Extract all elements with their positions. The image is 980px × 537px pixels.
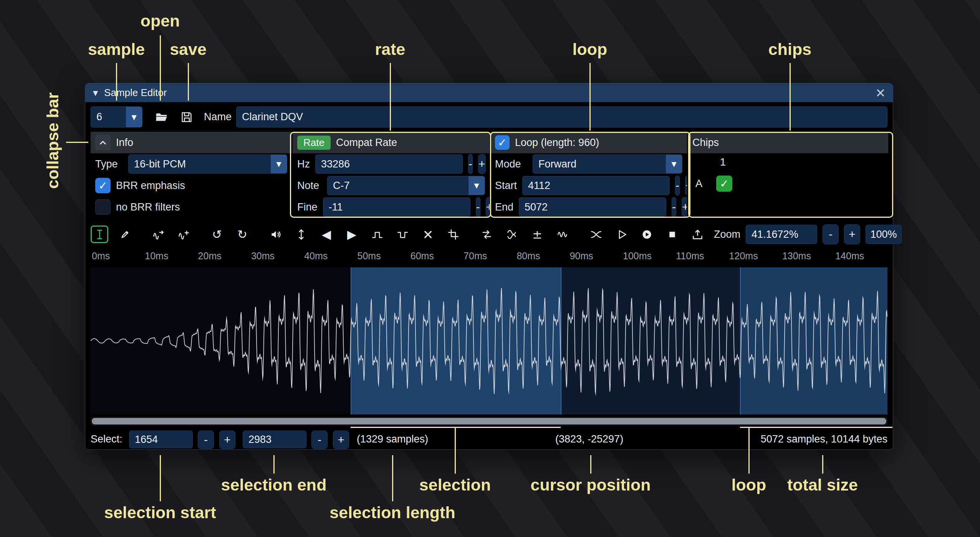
rate-tab-active[interactable]: Rate (297, 136, 331, 150)
insert-silence-button[interactable] (368, 225, 386, 243)
annotation-loop-top: loop (573, 40, 608, 59)
selection-end-plus-button[interactable]: + (333, 431, 349, 449)
chips-header: Chips (688, 132, 888, 153)
import-icon (692, 229, 704, 240)
hz-plus-button[interactable]: + (478, 154, 486, 174)
sample-type-dropdown[interactable]: 16-bit PCM ▼ (128, 154, 287, 174)
ruler-label: 70ms (464, 250, 487, 262)
annotation-line (160, 455, 161, 501)
save-sample-button[interactable] (178, 108, 195, 127)
play-note-button[interactable] (638, 225, 656, 243)
crossfade-button[interactable] (587, 225, 605, 243)
sample-toolbar: ↺↻◀▶± Zoom - + 100% (91, 222, 887, 246)
toolbar-separator (200, 229, 200, 240)
undo-button[interactable]: ↺ (208, 225, 226, 243)
time-ruler[interactable]: 0ms10ms20ms30ms40ms50ms60ms70ms80ms90ms1… (91, 248, 887, 264)
fine-input[interactable] (323, 197, 470, 217)
import-button[interactable] (689, 225, 706, 243)
chevron-down-icon: ▼ (271, 155, 287, 173)
toolbar-separator (579, 229, 579, 240)
fine-plus-button[interactable]: + (486, 197, 490, 217)
note-dropdown[interactable]: C-7 ▼ (327, 176, 485, 195)
selection-end-minus-button[interactable]: - (311, 431, 328, 449)
hz-minus-button[interactable]: - (468, 154, 473, 174)
selection-start-minus-button[interactable]: - (198, 431, 214, 449)
annotation-total-size: total size (787, 476, 858, 494)
trim-icon (447, 229, 459, 240)
window-collapse-icon[interactable]: ▼ (93, 89, 98, 97)
draw-mode-button[interactable] (116, 225, 134, 243)
loop-start-minus-button[interactable]: - (675, 176, 680, 196)
wavetable-button[interactable] (175, 225, 192, 243)
scrollbar-thumb[interactable] (92, 418, 886, 424)
zoom-reset-button[interactable]: 100% (866, 225, 902, 244)
collapse-bar-button[interactable] (95, 135, 111, 150)
total-size-text: 5072 samples, 10144 bytes (761, 433, 887, 445)
hz-input[interactable] (315, 154, 463, 174)
chevron-down-icon: ▼ (468, 176, 485, 195)
crossfade-icon (590, 229, 602, 240)
compat-rate-tab[interactable]: Compat Rate (336, 137, 397, 149)
selection-end-input[interactable] (243, 431, 306, 448)
no-brr-filters-checkbox[interactable] (95, 199, 111, 215)
check-icon: ✓ (498, 136, 507, 149)
invert-button[interactable] (503, 225, 521, 243)
fine-minus-button[interactable]: - (476, 197, 480, 217)
waveform-canvas[interactable] (91, 267, 887, 414)
loop-end-plus-button[interactable]: + (682, 197, 687, 217)
chips-body: 1 A ✓ (688, 153, 888, 218)
cursor-position-text: (3823, -25297) (555, 433, 623, 445)
chevron-down-icon: ▼ (126, 107, 142, 127)
undo-icon: ↺ (212, 229, 222, 240)
loop-end-label: End (495, 201, 513, 213)
waveform-display (91, 267, 887, 414)
sample-number-dropdown[interactable]: 6 ▼ (91, 106, 142, 128)
signedness-button[interactable]: ± (528, 225, 546, 243)
amplify-button[interactable] (267, 225, 285, 243)
close-icon[interactable]: × (876, 86, 885, 100)
selection-start-plus-button[interactable]: + (219, 431, 235, 449)
reverse-button[interactable] (478, 225, 495, 243)
brr-emphasis-checkbox[interactable]: ✓ (95, 178, 111, 193)
resample-button[interactable] (149, 225, 167, 243)
open-sample-button[interactable] (152, 108, 170, 127)
sample-name-input[interactable] (236, 106, 887, 128)
check-icon: ✓ (98, 179, 107, 192)
loop-enable-checkbox[interactable]: ✓ (495, 135, 510, 150)
fade-out-button[interactable]: ▶ (343, 225, 361, 243)
loop-mode-label: Mode (495, 158, 527, 170)
stop-button[interactable] (663, 225, 681, 243)
apply-silence-button[interactable] (394, 225, 411, 243)
zoom-out-button[interactable]: - (823, 224, 839, 244)
normalize-button[interactable] (292, 225, 310, 243)
zoom-in-button[interactable]: + (844, 224, 860, 244)
preview-button[interactable] (612, 225, 630, 243)
delete-button[interactable] (419, 225, 437, 243)
insert-silence-icon (371, 229, 383, 240)
stop-icon (666, 229, 678, 240)
loop-start-plus-button[interactable]: + (685, 176, 687, 196)
selection-start-input[interactable] (129, 431, 193, 448)
ruler-label: 10ms (145, 250, 168, 262)
select-mode-button[interactable] (91, 225, 108, 243)
annotation-selection-length: selection length (329, 503, 455, 522)
stage: ▼ Sample Editor × 6 ▼ Name (0, 0, 980, 537)
redo-button[interactable]: ↻ (233, 225, 251, 243)
chip-enable-checkbox[interactable]: ✓ (716, 176, 732, 192)
floppy-save-icon (180, 111, 193, 123)
filter-button[interactable] (554, 225, 571, 243)
zoom-input[interactable] (746, 225, 817, 244)
trim-button[interactable] (444, 225, 462, 243)
reverse-icon (481, 229, 493, 240)
delete-icon (422, 229, 434, 240)
ruler-label: 30ms (251, 250, 275, 262)
loop-start-input[interactable] (522, 176, 670, 195)
loop-mode-dropdown[interactable]: Forward ▼ (533, 154, 682, 174)
loop-end-input[interactable] (519, 197, 666, 217)
fade-in-button[interactable]: ◀ (318, 225, 335, 243)
play-note-icon (641, 229, 653, 240)
ruler-label: 140ms (835, 250, 864, 262)
ruler-label: 20ms (198, 250, 222, 262)
loop-end-minus-button[interactable]: - (672, 197, 676, 217)
annotation-chips: chips (768, 40, 811, 59)
